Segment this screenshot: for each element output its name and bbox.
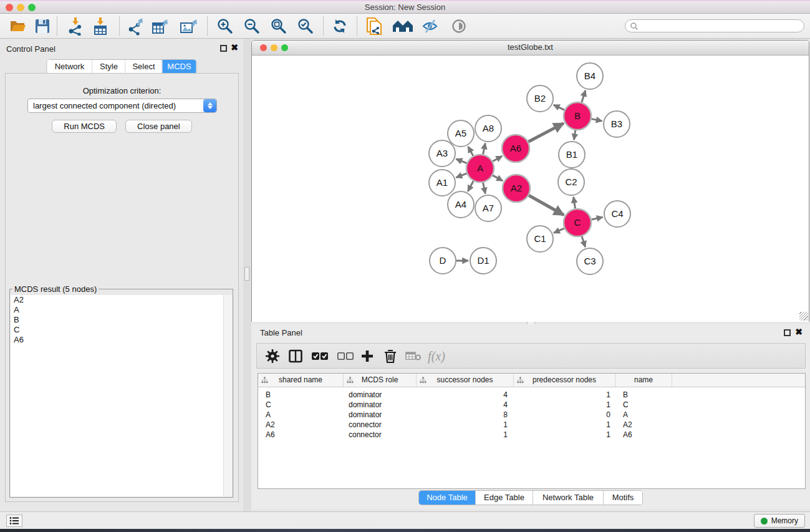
edge-A-A2[interactable] [493,175,503,181]
edge-A-A7[interactable] [483,183,486,194]
table-row[interactable]: A6connector11A6 [258,430,805,440]
zoom-window-button[interactable] [28,4,36,11]
zoom-network-button[interactable] [281,44,288,51]
mcds-result-item[interactable]: A2 [11,295,232,305]
add-column-icon[interactable] [357,346,377,366]
delete-table-icon[interactable] [403,346,423,366]
column-header-predecessor-nodes[interactable]: predecessor nodes [514,374,615,387]
vertical-splitter[interactable] [243,39,251,511]
close-panel-icon[interactable]: ✖ [231,42,238,52]
zoom-in-icon[interactable] [214,16,236,37]
node-D[interactable]: D [430,248,456,274]
column-header-name[interactable]: name [615,374,672,387]
node-A6[interactable]: A6 [502,135,529,162]
search-input[interactable] [639,21,804,31]
node-C1[interactable]: C1 [527,226,553,252]
network-graph[interactable]: A5A8A3AA1A4A7A6A2BB2B4B3B1CC2C4C1C3DD1 [252,56,809,322]
edge-C-C4[interactable] [591,217,602,220]
edge-A-A8[interactable] [483,143,486,155]
node-A4[interactable]: A4 [448,191,474,218]
table-row[interactable]: Bdominator41B [258,390,805,400]
save-session-icon[interactable] [31,16,54,37]
table-row[interactable]: A2connector11A2 [258,420,805,430]
node-C2[interactable]: C2 [558,169,584,195]
edge-A-A3[interactable] [456,159,466,163]
edge-A-A5[interactable] [468,147,473,156]
edge-C-C3[interactable] [582,236,586,247]
zoom-out-icon[interactable] [241,16,263,37]
criterion-dropdown[interactable]: largest connected component (directed) [27,99,217,113]
delete-columns-trash-icon[interactable] [380,346,400,366]
new-network-from-selection-icon[interactable] [363,16,385,37]
mcds-result-item[interactable]: C [11,325,232,335]
show-column-icon[interactable] [286,346,306,366]
edge-A6-B[interactable] [528,123,564,142]
node-C4[interactable]: C4 [604,201,630,227]
hide-selected-icon[interactable] [419,16,441,37]
first-neighbors-icon[interactable] [392,16,414,37]
function-builder-icon[interactable]: f(x) [427,346,446,366]
task-history-button[interactable] [6,515,22,527]
node-B[interactable]: B [564,102,591,130]
splitter-grip[interactable] [244,267,249,281]
minimize-network-button[interactable] [271,44,277,51]
node-D1[interactable]: D1 [470,248,496,274]
memory-button[interactable]: Memory [754,514,805,528]
zoom-fit-icon[interactable] [268,16,290,37]
edge-B-B1[interactable] [574,130,575,140]
edge-B-B4[interactable] [582,90,586,102]
node-table[interactable]: shared nameMCDS rolesuccessor nodesprede… [258,373,806,489]
node-B2[interactable]: B2 [527,85,553,112]
node-A[interactable]: A [466,155,494,182]
float-table-panel-icon[interactable] [784,329,791,336]
edge-C-C1[interactable] [554,228,564,233]
node-C[interactable]: C [564,209,591,236]
close-network-button[interactable] [260,44,267,51]
node-A2[interactable]: A2 [503,175,530,202]
node-B1[interactable]: B1 [559,142,585,168]
node-A8[interactable]: A8 [475,115,501,142]
edge-A-A4[interactable] [468,181,473,191]
network-window-titlebar[interactable]: testGlobe.txt [252,41,809,56]
export-table-icon[interactable] [149,16,171,37]
mcds-result-item[interactable]: A [11,305,232,315]
node-C3[interactable]: C3 [577,248,603,274]
minimize-window-button[interactable] [17,4,24,11]
mcds-result-item[interactable]: A6 [11,335,232,345]
export-network-icon[interactable] [125,16,148,37]
node-A7[interactable]: A7 [475,195,501,221]
unselect-all-columns-icon[interactable] [335,346,355,366]
run-mcds-button[interactable]: Run MCDS [52,120,117,133]
node-B4[interactable]: B4 [577,63,603,89]
tab-select[interactable]: Select [126,60,163,74]
node-B3[interactable]: B3 [604,111,630,137]
tab-motifs[interactable]: Motifs [604,491,642,505]
refresh-icon[interactable] [329,16,351,37]
open-session-icon[interactable] [6,16,29,37]
edge-A2-C[interactable] [529,195,564,215]
close-table-panel-icon[interactable]: ✖ [795,327,803,337]
resize-grip-icon[interactable] [799,312,808,321]
tab-network-table[interactable]: Network Table [533,491,604,505]
close-panel-button[interactable]: Close panel [125,120,192,133]
tab-style[interactable]: Style [93,60,126,74]
import-table-icon[interactable] [89,16,112,37]
node-A3[interactable]: A3 [429,140,455,167]
edge-B-B3[interactable] [592,119,602,122]
edge-A-A6[interactable] [493,156,502,162]
close-window-button[interactable] [6,4,13,11]
column-header-shared-name[interactable]: shared name [258,374,344,387]
column-header-MCDS-role[interactable]: MCDS role [344,374,417,387]
column-header-successor-nodes[interactable]: successor nodes [417,374,514,387]
float-panel-icon[interactable] [220,45,227,52]
table-row[interactable]: Adominator80A [258,410,805,420]
network-canvas[interactable]: A5A8A3AA1A4A7A6A2BB2B4B3B1CC2C4C1C3DD1 [252,56,809,322]
export-image-icon[interactable] [178,16,200,37]
mcds-result-item[interactable]: B [11,315,232,325]
show-all-icon[interactable] [448,16,470,37]
result-list-scrollbar[interactable] [223,295,232,496]
tab-mcds[interactable]: MCDS [163,60,196,74]
tab-network[interactable]: Network [47,60,93,74]
import-network-icon[interactable] [64,16,87,37]
edge-C-C2[interactable] [574,197,576,209]
